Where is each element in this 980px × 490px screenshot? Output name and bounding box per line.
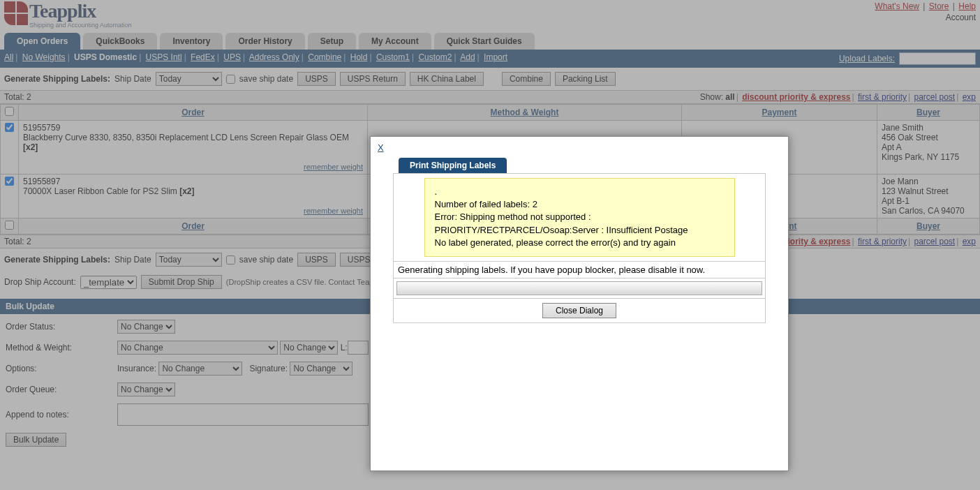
close-dialog-button[interactable]: Close Dialog — [542, 303, 616, 318]
print-labels-dialog: X Print Shipping Labels . Number of fail… — [370, 136, 789, 471]
progress-bar — [396, 281, 762, 295]
generating-text: Generating shipping labels. If you have … — [394, 261, 765, 278]
close-x-icon[interactable]: X — [378, 142, 384, 153]
dialog-title: Print Shipping Labels — [399, 158, 507, 173]
error-message-box: . Number of failed labels: 2 Error: Ship… — [424, 178, 735, 257]
